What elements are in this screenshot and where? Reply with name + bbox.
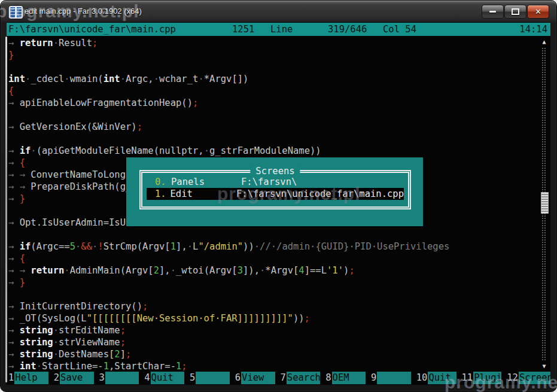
window-controls: ✕	[482, 5, 549, 19]
fkey-10[interactable]: 10Quit	[415, 372, 460, 384]
fkey-number: 8	[324, 372, 331, 384]
fkey-label: Search	[287, 372, 320, 384]
fkey-number: 3	[98, 372, 105, 384]
fkey-number: 11	[460, 372, 474, 384]
window-title: edit main.cpp - Far 3.0.1902 (x64)	[25, 7, 142, 16]
window-inner-bevel	[5, 37, 7, 382]
code-line[interactable]: → InitCurrentDirectory();	[8, 300, 538, 312]
code-line[interactable]	[8, 133, 538, 145]
fkey-label: Help	[14, 372, 48, 384]
screens-dialog-border: Screens 0.PanelsF:\farsvn\1.EditF:\farsv…	[139, 170, 411, 209]
code-line[interactable]: → int·StartLine=-1,StartChar=-1;	[8, 360, 538, 372]
scroll-down-icon[interactable]: ▼	[540, 362, 548, 370]
code-line[interactable]: → {	[8, 253, 538, 265]
code-line[interactable]: → apiEnableLowFragmentationHeap();	[8, 97, 538, 109]
fkey-11[interactable]: 11Plugin	[460, 372, 506, 384]
screens-dialog: Screens 0.PanelsF:\farsvn\1.EditF:\farsv…	[126, 157, 423, 226]
editor-scrollbar[interactable]: ▲ ▼	[540, 38, 548, 370]
fkey-number: 1	[7, 372, 14, 384]
status-clock: 14:14	[519, 23, 547, 36]
fkey-9[interactable]: 9	[369, 372, 415, 384]
code-line[interactable]	[8, 229, 538, 241]
code-line[interactable]: → if(Argc==5·&&·!StrCmp(Argv[1],·L"/admi…	[8, 241, 538, 253]
code-line[interactable]: → _OT(SysLog(L"[[[[[[[[New·Session·of·FA…	[8, 312, 538, 324]
screens-item-hotkey: 1.	[155, 188, 171, 200]
title-bar: edit main.cpp - Far 3.0.1902 (x64) ✕	[1, 1, 556, 22]
status-line-label: Line	[270, 23, 293, 36]
screens-item-label: Panels	[171, 176, 241, 188]
fkey-number: 5	[188, 372, 196, 384]
fkey-number: 4	[142, 372, 150, 384]
code-line[interactable]: {	[8, 85, 538, 97]
fkey-4[interactable]: 4Quit	[142, 372, 188, 384]
fkey-1[interactable]: 1Help	[7, 372, 52, 384]
fkey-label	[196, 372, 229, 384]
code-line[interactable]: → GetVersionEx(&WinVer);	[8, 121, 538, 133]
fkey-label: Quit	[151, 372, 184, 384]
maximize-icon	[512, 8, 519, 15]
function-key-bar: 1Help2Save34Quit56View7Search8OEM910Quit…	[7, 372, 550, 384]
screens-list: 0.PanelsF:\farsvn\1.EditF:\farsvn\unicod…	[142, 176, 408, 200]
fkey-label: Screen	[519, 372, 550, 384]
fkey-2[interactable]: 2Save	[52, 372, 98, 384]
code-line[interactable]: → if·(apiGetModuleFileName(nullptr,·g_st…	[8, 145, 538, 157]
code-line[interactable]: int·_cdecl·wmain(int·Argc,·wchar_t·*Argv…	[8, 73, 538, 85]
fkey-label: Save	[60, 372, 93, 384]
screens-item-label: Edit	[171, 188, 237, 200]
fkey-number: 2	[52, 372, 60, 384]
fkey-7[interactable]: 7Search	[279, 372, 324, 384]
fkey-number: 10	[415, 372, 428, 384]
fkey-8[interactable]: 8OEM	[324, 372, 369, 384]
status-file-path: F:\farsvn\unicode_far\main.cpp	[8, 23, 176, 36]
code-line[interactable]: → string·DestNames[2];	[8, 348, 538, 360]
fkey-6[interactable]: 6View	[233, 372, 279, 384]
status-column: Col 54	[383, 23, 416, 36]
code-line[interactable]	[8, 61, 538, 73]
scrollbar-thumb[interactable]	[541, 192, 549, 214]
fkey-label	[377, 372, 410, 384]
fkey-number: 12	[505, 372, 519, 384]
fkey-label: View	[241, 372, 275, 384]
fkey-number: 9	[369, 372, 377, 384]
dialog-title: Screens	[250, 165, 300, 177]
screens-item-panels[interactable]: 0.PanelsF:\farsvn\	[142, 176, 408, 188]
screens-item-edit[interactable]: 1.EditF:\farsvn\unicode_far\main.cpp	[147, 188, 404, 200]
far-manager-window: edit main.cpp - Far 3.0.1902 (x64) ✕ F:\…	[0, 0, 557, 392]
scroll-up-icon[interactable]: ▲	[540, 38, 548, 46]
fkey-number: 6	[233, 372, 241, 384]
code-line[interactable]	[8, 288, 538, 300]
code-line[interactable]: → }	[8, 276, 538, 288]
screens-item-hotkey: 0.	[155, 176, 171, 188]
close-button[interactable]: ✕	[527, 5, 549, 19]
fkey-label: OEM	[332, 372, 366, 384]
screens-item-path: F:\farsvn\unicode_far\main.cpp	[236, 188, 404, 200]
status-char-count: 1251	[232, 23, 254, 36]
fkey-label: Plugin	[473, 372, 501, 384]
fkey-3[interactable]: 3	[98, 372, 143, 384]
far-app-icon	[9, 6, 23, 19]
code-line[interactable]: → return·Result;	[8, 37, 538, 49]
status-line-position: 319/646	[328, 23, 367, 36]
editor-status-bar: F:\farsvn\unicode_far\main.cpp 1251 Line…	[7, 23, 550, 36]
minimize-button[interactable]	[482, 5, 504, 19]
fkey-label	[105, 372, 139, 384]
code-line[interactable]: → string·strEditName;	[8, 324, 538, 336]
close-icon: ✕	[535, 8, 541, 16]
fkey-label: Quit	[428, 372, 456, 384]
maximize-button[interactable]	[504, 5, 526, 19]
minimize-icon	[489, 11, 496, 13]
code-line[interactable]: → string·strViewName;	[8, 336, 538, 348]
fkey-12[interactable]: 12Screen	[505, 372, 550, 384]
code-line[interactable]: → → return·AdminMain(Argv[2],·_wtoi(Argv…	[8, 265, 538, 276]
code-line[interactable]	[8, 109, 538, 121]
code-line[interactable]: }	[8, 49, 538, 61]
fkey-number: 7	[279, 372, 287, 384]
screens-item-path: F:\farsvn\	[241, 176, 297, 188]
fkey-5[interactable]: 5	[188, 372, 233, 384]
